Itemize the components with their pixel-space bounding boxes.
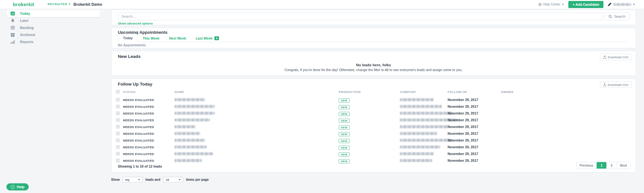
new-badge: NEW [339,132,350,136]
pagination-previous[interactable]: Previous [576,162,597,169]
table-row: NEEDS EVALUATED NEW November 29, 2017 [111,116,636,123]
search-button-label: Search [614,14,625,18]
lead-follow-up-date: November 29, 2017 [448,98,478,102]
question-mark-icon: ? [11,185,15,189]
search-input[interactable] [118,13,602,20]
download-csv-button[interactable]: Download CSV [600,54,632,60]
lead-name-redacted [175,118,210,121]
bell-icon [10,19,15,23]
column-header-follow-up: FOLLOW UP [448,90,467,94]
table-row: NEEDS EVALUATED NEW November 29, 2017 [111,137,636,143]
select-all-checkbox[interactable] [116,90,120,94]
lead-name-redacted [175,112,215,115]
user-menu[interactable] [608,3,635,6]
appointments-tabs: Today This Week Next Week Last Week4 [118,34,629,42]
pagination: Previous 1 2 Next [576,162,630,169]
row-checkbox[interactable] [116,111,120,115]
no-leads-message: Congrats, if you're done for the day! Ot… [111,68,636,72]
table-row: NEEDS EVALUATED NEW November 29, 2017 [111,130,636,137]
tab-today[interactable]: Today [118,34,138,42]
table-row: NEEDS EVALUATED NEW November 29, 2017 [111,110,636,116]
user-name-redacted [613,3,631,6]
lead-status: NEEDS EVALUATED [123,98,154,101]
new-badge: NEW [339,159,350,163]
lead-company-redacted [400,152,434,155]
row-checkbox[interactable] [116,98,120,102]
recruiter-dropdown[interactable]: RECRUITER [48,3,71,6]
chevron-down-icon [138,179,140,180]
help-button-label: Help [17,185,24,189]
upcoming-appointments-panel: Upcoming Appointments Today This Week Ne… [111,28,636,48]
new-badge: NEW [339,125,350,130]
lead-company-redacted [400,98,434,101]
row-checkbox[interactable] [116,118,120,122]
row-checkbox[interactable] [116,138,120,142]
row-checkbox[interactable] [116,145,120,149]
pagination-page-1[interactable]: 1 [597,162,607,169]
items-per-page-value: 10 [166,178,169,181]
top-right-cluster: Help Center + Add Candidate [538,0,635,9]
sidebar: 17 Today Later Backlog Archived Reports [6,10,100,45]
tab-this-week[interactable]: This Week [138,35,164,42]
row-checkbox[interactable] [116,159,120,162]
help-center-dropdown[interactable]: Help Center [538,3,564,6]
page-title: Brokerkit Demo [73,2,102,7]
table-row: NEEDS EVALUATED NEW November 29, 2017 [111,96,636,103]
new-badge: NEW [339,105,350,109]
lead-follow-up-date: November 29, 2017 [448,125,478,129]
show-advanced-options-link[interactable]: Show advanced options [118,22,153,25]
sidebar-item-archived[interactable]: Archived [6,31,100,38]
sidebar-item-backlog[interactable]: Backlog [6,24,100,31]
tab-last-week[interactable]: Last Week4 [191,35,224,42]
table-row: NEEDS EVALUATED NEW November 29, 2017 [111,123,636,130]
lead-status: NEEDS EVALUATED [123,125,154,128]
section-title: Follow Up Today [118,82,152,87]
help-center-label: Help Center [543,3,560,6]
lead-status: NEEDS EVALUATED [123,138,154,142]
sidebar-item-later[interactable]: Later [6,17,100,24]
help-button[interactable]: ? Help [6,183,29,190]
lead-follow-up-date: November 29, 2017 [448,152,478,156]
lead-company-redacted [400,159,432,162]
new-badge: NEW [339,98,350,103]
column-header-production: PRODUCTION [339,90,361,94]
pagination-next[interactable]: Next [617,162,630,169]
lead-name-redacted [175,105,215,108]
items-per-page-select[interactable]: 10 [163,177,183,182]
sidebar-item-label: Today [20,12,30,15]
chevron-down-icon [633,4,635,5]
add-candidate-button[interactable]: + Add Candidate [568,1,603,8]
list-icon [10,26,15,29]
lead-name-redacted [175,145,207,148]
lead-company-redacted [400,125,448,128]
chevron-down-icon [562,4,564,5]
top-header: brokerkit RECRUITER Brokerkit Demo Help … [0,0,644,9]
sidebar-item-reports[interactable]: Reports [6,38,100,45]
table-row: NEEDS EVALUATED NEW November 29, 2017 [111,103,636,110]
table-summary: Showing 1 to 10 of 12 leads [118,164,162,168]
no-leads-title: No leads here, folks [111,63,636,67]
lead-status: NEEDS EVALUATED [123,111,154,115]
row-checkbox[interactable] [116,105,120,108]
sidebar-item-today[interactable]: 17 Today [6,10,100,17]
row-checkbox[interactable] [116,152,120,156]
lead-follow-up-date: November 29, 2017 [448,105,478,108]
appointments-count-badge: 4 [214,36,219,40]
row-checkbox[interactable] [116,132,120,135]
new-badge: NEW [339,152,350,157]
tab-next-week[interactable]: Next Week [164,35,191,42]
download-csv-label: Download CSV [608,55,629,59]
pagination-page-2[interactable]: 2 [607,162,617,169]
table-row: NEEDS EVALUATED NEW November 29, 2017 [111,150,636,157]
leads-owner-select[interactable]: my [123,177,143,182]
lead-follow-up-date: November 29, 2017 [448,145,478,149]
row-checkbox[interactable] [116,125,120,129]
download-csv-label: Download CSV [608,83,629,87]
lead-company-redacted [400,139,453,142]
lead-company-redacted [400,105,442,108]
download-csv-button[interactable]: Download CSV [600,81,632,88]
list-filter-bar: Show my leads and 10 items per page [111,177,209,182]
lead-company-redacted [400,132,437,135]
new-badge: NEW [339,112,350,116]
search-button[interactable]: Search [604,13,630,20]
